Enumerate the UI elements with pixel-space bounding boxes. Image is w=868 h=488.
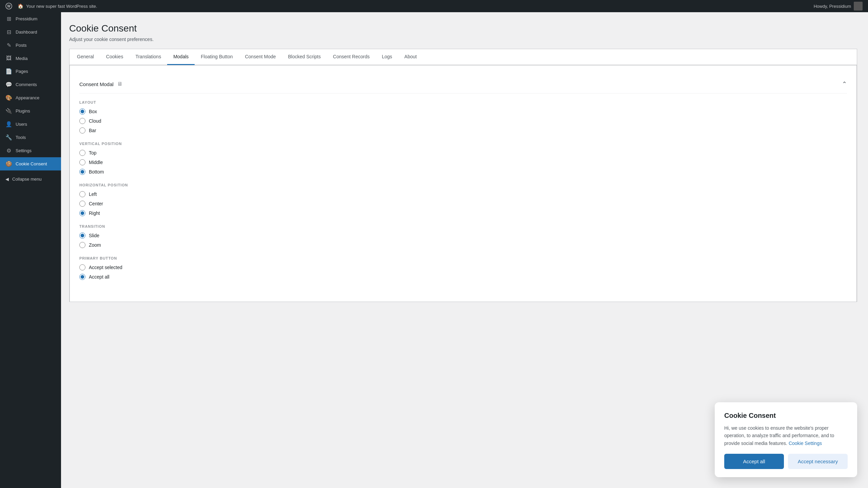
pressidium-icon: ⊞	[5, 16, 12, 22]
cookie-popup-text: Hi, we use cookies to ensure the website…	[724, 424, 848, 447]
sidebar-item-cookie-consent[interactable]: 🍪 Cookie Consent	[0, 157, 61, 170]
section-title: Consent Modal 🖥	[79, 81, 122, 87]
horizontal-right-label: Right	[89, 210, 100, 216]
page-subtitle: Adjust your cookie consent preferences.	[69, 37, 857, 42]
layout-cloud-label: Cloud	[89, 118, 101, 124]
sidebar-item-plugins[interactable]: 🔌 Plugins	[0, 104, 61, 118]
vertical-position-section: VERTICAL POSITION Top Middle	[79, 142, 847, 175]
page-title: Cookie Consent	[69, 23, 857, 34]
vertical-middle-input[interactable]	[79, 159, 85, 165]
horizontal-position-label: HORIZONTAL POSITION	[79, 183, 847, 187]
collapse-section-button[interactable]: ⌃	[842, 80, 847, 88]
horizontal-right[interactable]: Right	[79, 210, 847, 216]
horizontal-position-section: HORIZONTAL POSITION Left Center	[79, 183, 847, 216]
transition-slide-input[interactable]	[79, 232, 85, 239]
primary-button-radio-group: Accept selected Accept all	[79, 264, 847, 280]
primary-accept-selected[interactable]: Accept selected	[79, 264, 847, 270]
tab-modals[interactable]: Modals	[167, 49, 195, 65]
monitor-icon: 🖥	[117, 81, 122, 87]
layout-label: LAYOUT	[79, 100, 847, 104]
section-title-text: Consent Modal	[79, 81, 114, 87]
sidebar-item-pages[interactable]: 📄 Pages	[0, 65, 61, 78]
primary-accept-selected-label: Accept selected	[89, 265, 122, 270]
primary-button-section: PRIMARY BUTTON Accept selected Accept al…	[79, 256, 847, 280]
transition-zoom-input[interactable]	[79, 242, 85, 248]
collapse-label: Collapse menu	[12, 177, 42, 182]
sidebar-label-cookie-consent: Cookie Consent	[16, 161, 47, 166]
sidebar-item-settings[interactable]: ⚙ Settings	[0, 144, 61, 157]
tab-translations[interactable]: Translations	[129, 49, 167, 65]
accept-necessary-button[interactable]: Accept necessary	[788, 454, 848, 469]
layout-cloud-input[interactable]	[79, 118, 85, 124]
sidebar-item-posts[interactable]: ✎ Posts	[0, 39, 61, 52]
posts-icon: ✎	[5, 42, 12, 48]
vertical-middle[interactable]: Middle	[79, 159, 847, 165]
accept-all-button[interactable]: Accept all	[724, 454, 784, 469]
sidebar-item-comments[interactable]: 💬 Comments	[0, 78, 61, 91]
vertical-top[interactable]: Top	[79, 150, 847, 156]
wp-logo-icon: W	[5, 3, 12, 9]
site-name[interactable]: 🏠 Your new super fast WordPress site.	[18, 3, 97, 9]
sidebar-item-pressidium[interactable]: ⊞ Pressidium	[0, 12, 61, 25]
cookie-settings-link[interactable]: Cookie Settings	[789, 441, 822, 446]
admin-bar: W 🏠 Your new super fast WordPress site. …	[0, 0, 868, 12]
layout-bar-label: Bar	[89, 128, 96, 133]
sidebar-label-dashboard: Dashboard	[16, 29, 37, 35]
horizontal-left-input[interactable]	[79, 191, 85, 197]
sidebar-label-pressidium: Pressidium	[16, 16, 37, 21]
tab-logs[interactable]: Logs	[376, 49, 398, 65]
sidebar-item-media[interactable]: 🖼 Media	[0, 52, 61, 65]
transition-label: TRANSITION	[79, 224, 847, 228]
tab-floating-button[interactable]: Floating Button	[195, 49, 239, 65]
comments-icon: 💬	[5, 81, 12, 88]
horizontal-center-input[interactable]	[79, 201, 85, 207]
collapse-menu-item[interactable]: ◀ Collapse menu	[0, 173, 61, 185]
layout-cloud[interactable]: Cloud	[79, 118, 847, 124]
cookie-popup-title: Cookie Consent	[724, 412, 848, 420]
vertical-middle-label: Middle	[89, 160, 103, 165]
sidebar-item-users[interactable]: 👤 Users	[0, 118, 61, 131]
horizontal-right-input[interactable]	[79, 210, 85, 216]
appearance-icon: 🎨	[5, 95, 12, 101]
layout-bar-input[interactable]	[79, 127, 85, 134]
transition-slide[interactable]: Slide	[79, 232, 847, 239]
layout-box-input[interactable]	[79, 108, 85, 115]
horizontal-left[interactable]: Left	[79, 191, 847, 197]
primary-accept-all-input[interactable]	[79, 274, 85, 280]
vertical-top-input[interactable]	[79, 150, 85, 156]
tab-consent-mode[interactable]: Consent Mode	[239, 49, 282, 65]
sidebar-item-appearance[interactable]: 🎨 Appearance	[0, 91, 61, 104]
tab-blocked-scripts[interactable]: Blocked Scripts	[282, 49, 327, 65]
tab-general[interactable]: General	[71, 49, 100, 65]
sidebar-item-tools[interactable]: 🔧 Tools	[0, 131, 61, 144]
vertical-position-label: VERTICAL POSITION	[79, 142, 847, 146]
settings-icon: ⚙	[5, 147, 12, 154]
horizontal-position-radio-group: Left Center Right	[79, 191, 847, 216]
horizontal-center[interactable]: Center	[79, 201, 847, 207]
tabs-nav: General Cookies Translations Modals Floa…	[70, 49, 857, 65]
vertical-bottom-input[interactable]	[79, 169, 85, 175]
layout-bar[interactable]: Bar	[79, 127, 847, 134]
site-name-text: Your new super fast WordPress site.	[26, 4, 97, 9]
tabs-container: General Cookies Translations Modals Floa…	[69, 49, 857, 302]
tab-consent-records[interactable]: Consent Records	[327, 49, 376, 65]
users-icon: 👤	[5, 121, 12, 127]
horizontal-center-label: Center	[89, 201, 103, 206]
tab-cookies[interactable]: Cookies	[100, 49, 130, 65]
user-avatar[interactable]	[854, 2, 863, 11]
horizontal-left-label: Left	[89, 191, 97, 197]
primary-accept-selected-input[interactable]	[79, 264, 85, 270]
transition-zoom[interactable]: Zoom	[79, 242, 847, 248]
svg-text:W: W	[7, 4, 11, 8]
sidebar-label-pages: Pages	[16, 69, 28, 74]
tab-about[interactable]: About	[398, 49, 423, 65]
sidebar-label-plugins: Plugins	[16, 108, 30, 114]
sidebar-label-tools: Tools	[16, 135, 26, 140]
transition-slide-label: Slide	[89, 233, 99, 238]
vertical-bottom[interactable]: Bottom	[79, 169, 847, 175]
consent-modal-section-header: Consent Modal 🖥 ⌃	[79, 75, 847, 94]
primary-accept-all[interactable]: Accept all	[79, 274, 847, 280]
layout-box[interactable]: Box	[79, 108, 847, 115]
sidebar-item-dashboard[interactable]: ⊟ Dashboard	[0, 25, 61, 39]
sidebar-label-users: Users	[16, 122, 27, 127]
